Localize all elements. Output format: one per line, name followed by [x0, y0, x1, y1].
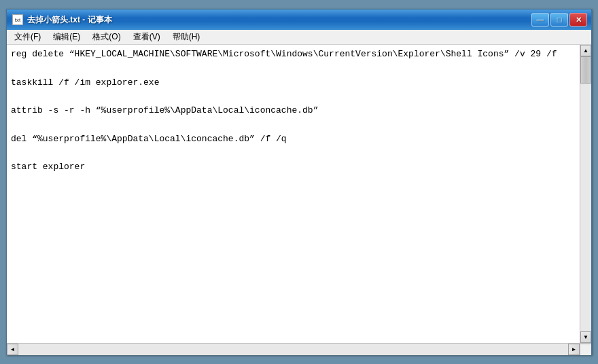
menu-view[interactable]: 查看(V) — [127, 29, 166, 45]
scroll-right-button[interactable]: ► — [568, 344, 580, 355]
scrollbar-corner — [580, 344, 591, 355]
minimize-button[interactable]: — — [531, 13, 549, 26]
title-buttons: — □ ✕ — [531, 13, 587, 26]
window-title: 去掉小箭头.txt - 记事本 — [27, 14, 112, 26]
scroll-left-button[interactable]: ◄ — [7, 344, 18, 355]
content-area: ▲ ▼ — [7, 45, 591, 343]
scroll-down-button[interactable]: ▼ — [580, 331, 591, 343]
scroll-track-horizontal[interactable] — [18, 344, 568, 355]
title-bar: txt 去掉小箭头.txt - 记事本 — □ ✕ — [7, 10, 591, 30]
scroll-thumb-vertical[interactable] — [580, 56, 591, 84]
close-button[interactable]: ✕ — [569, 13, 587, 26]
menu-edit[interactable]: 编辑(E) — [47, 29, 86, 45]
menu-format[interactable]: 格式(O) — [86, 29, 126, 45]
title-bar-left: txt 去掉小箭头.txt - 记事本 — [12, 14, 112, 26]
horizontal-scrollbar-row: ◄ ► — [7, 343, 591, 354]
vertical-scrollbar: ▲ ▼ — [580, 45, 591, 343]
horizontal-scrollbar: ◄ ► — [7, 344, 580, 355]
scroll-track-vertical[interactable] — [580, 56, 591, 331]
menu-bar: 文件(F) 编辑(E) 格式(O) 查看(V) 帮助(H) — [7, 30, 591, 45]
notepad-window: txt 去掉小箭头.txt - 记事本 — □ ✕ 文件(F) 编辑(E) 格式… — [6, 9, 592, 355]
scroll-up-button[interactable]: ▲ — [580, 45, 591, 56]
menu-help[interactable]: 帮助(H) — [166, 29, 207, 45]
window-icon: txt — [12, 14, 23, 25]
maximize-button[interactable]: □ — [550, 13, 568, 26]
menu-file[interactable]: 文件(F) — [8, 29, 47, 45]
text-editor[interactable] — [7, 45, 580, 343]
